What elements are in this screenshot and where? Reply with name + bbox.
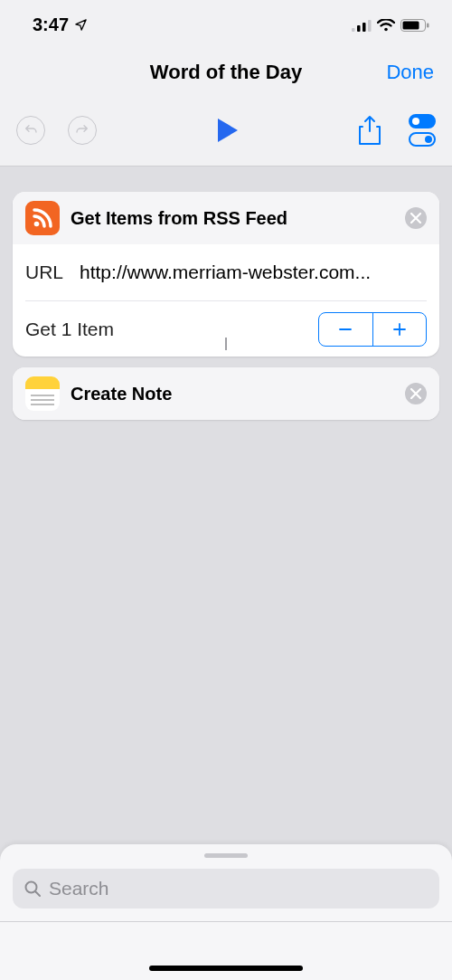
editor-toolbar [0, 95, 452, 166]
notes-icon [25, 376, 60, 411]
url-row[interactable]: URL http://www.merriam-webster.com... [25, 244, 427, 300]
svg-rect-7 [427, 23, 429, 27]
undo-button[interactable] [16, 116, 45, 145]
clock: 3:47 [33, 14, 69, 35]
svg-point-9 [26, 882, 37, 893]
location-icon [74, 18, 88, 32]
stepper-plus-button[interactable] [372, 313, 427, 346]
action-rss-header: Get Items from RSS Feed [13, 192, 439, 244]
action-create-note-header: Create Note [13, 367, 439, 420]
search-placeholder: Search [49, 878, 109, 899]
action-rss-card[interactable]: Get Items from RSS Feed URL http://www.m… [13, 192, 439, 357]
run-button[interactable] [216, 117, 240, 144]
navigation-header: Word of the Day Done [0, 50, 452, 95]
share-button[interactable] [358, 115, 381, 146]
home-indicator[interactable] [149, 966, 303, 971]
workflow-canvas[interactable]: Get Items from RSS Feed URL http://www.m… [0, 166, 452, 871]
svg-point-4 [384, 27, 388, 31]
url-value: http://www.merriam-webster.com... [80, 262, 427, 283]
rss-icon [25, 201, 60, 235]
actions-sheet[interactable]: Search [0, 844, 452, 980]
battery-icon [400, 19, 429, 32]
run-area [113, 117, 342, 144]
item-count-stepper [318, 312, 427, 347]
svg-rect-0 [352, 28, 355, 32]
action-rss-title: Get Items from RSS Feed [71, 208, 394, 229]
status-left: 3:47 [33, 14, 88, 35]
url-label: URL [25, 262, 63, 283]
toggle-icon-bottom [409, 132, 436, 147]
toggle-icon-top [409, 114, 436, 128]
settings-button[interactable] [409, 114, 436, 147]
redo-button[interactable] [68, 116, 97, 145]
cellular-icon [352, 19, 372, 32]
done-button[interactable]: Done [386, 61, 434, 84]
stepper-minus-button[interactable] [319, 313, 372, 346]
status-bar: 3:47 [0, 0, 452, 50]
action-connector [225, 338, 227, 350]
svg-rect-3 [368, 20, 372, 32]
status-right [352, 19, 429, 32]
action-create-note-title: Create Note [71, 384, 394, 404]
svg-rect-2 [363, 23, 366, 32]
delete-create-note-button[interactable] [405, 383, 427, 404]
sheet-grabber[interactable] [204, 853, 248, 858]
svg-rect-1 [357, 25, 361, 32]
history-controls [16, 116, 97, 145]
toolbar-right [358, 114, 436, 147]
svg-rect-6 [403, 21, 419, 29]
action-create-note-card[interactable]: Create Note [13, 367, 439, 420]
page-title: Word of the Day [150, 61, 302, 84]
wifi-icon [377, 19, 395, 32]
sheet-divider [0, 921, 452, 922]
search-input[interactable]: Search [13, 869, 439, 909]
item-count-label: Get 1 Item [25, 319, 302, 340]
search-icon [24, 880, 42, 898]
svg-point-8 [34, 222, 40, 227]
delete-rss-button[interactable] [405, 207, 427, 229]
